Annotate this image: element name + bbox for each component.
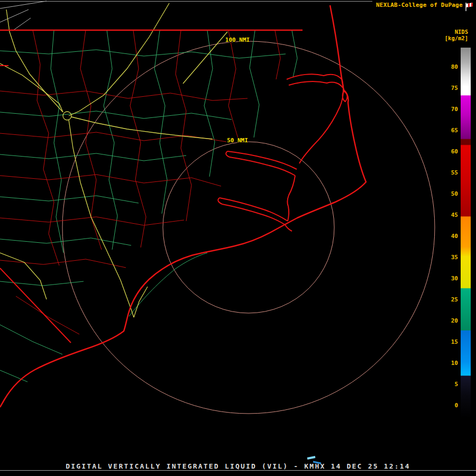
coastline xyxy=(0,5,366,407)
range-ring-label-50nmi: 50 NMI xyxy=(223,137,252,144)
bottom-border-line xyxy=(0,470,476,471)
colorbar-tick: 10 xyxy=(439,360,458,367)
city-beltline xyxy=(63,112,71,120)
range-rings xyxy=(62,41,435,414)
colorbar-ticks: 80 75 70 65 60 55 50 45 40 35 30 25 20 1… xyxy=(439,0,458,423)
sounds-and-rivers xyxy=(218,74,347,231)
range-ring-label-100nmi: 100 NMI xyxy=(219,36,256,43)
cod-logo-icon xyxy=(464,1,474,12)
colorbar-tick: 60 xyxy=(439,149,458,155)
highways xyxy=(0,3,227,317)
colorbar xyxy=(461,48,471,418)
colorbar-tick: 5 xyxy=(439,381,458,388)
radar-map xyxy=(0,0,476,476)
colorbar-tick: 20 xyxy=(439,318,458,324)
colorbar-tick: 65 xyxy=(439,127,458,134)
colorbar-tick: 55 xyxy=(439,170,458,176)
colorbar-tick: 45 xyxy=(439,212,458,218)
colorbar-tick: 75 xyxy=(439,85,458,91)
colorbar-tick: 30 xyxy=(439,276,458,282)
colorbar-tick: 35 xyxy=(439,254,458,261)
radar-display: 100 NMI 50 NMI NEXLAB-College of DuPage … xyxy=(0,0,476,476)
colorbar-tick: 80 xyxy=(439,64,458,70)
colorbar-tick: 25 xyxy=(439,297,458,303)
colorbar-tick: 50 xyxy=(439,191,458,197)
colorbar-tick: 0 xyxy=(439,402,458,409)
product-title: DIGITAL VERTICALLY INTEGRATED LIQUID (VI… xyxy=(0,462,476,470)
colorbar-tick: 40 xyxy=(439,233,458,240)
colorbar-tick: 15 xyxy=(439,339,458,345)
colorbar-tick: 70 xyxy=(439,106,458,113)
